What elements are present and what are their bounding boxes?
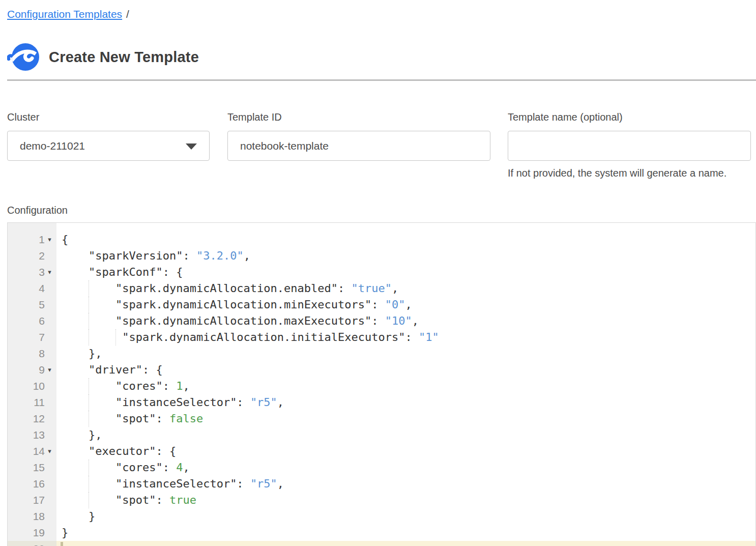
gutter-cell: 19 bbox=[8, 525, 56, 541]
line-number: 15 bbox=[33, 459, 45, 476]
fold-arrow-icon[interactable]: ▾ bbox=[45, 443, 54, 459]
code-line[interactable]: 11 "instanceSelector": "r5", bbox=[8, 394, 755, 411]
gutter-cell: 12 bbox=[8, 411, 56, 427]
code-line[interactable]: 9▾ "driver": { bbox=[8, 362, 755, 378]
code-line[interactable]: 7 "spark.dynamicAllocation.initialExecut… bbox=[8, 329, 755, 346]
configuration-label: Configuration bbox=[7, 205, 751, 216]
code-line[interactable]: 16 "instanceSelector": "r5", bbox=[8, 476, 755, 492]
page-header: Create New Template bbox=[7, 41, 751, 73]
indent-guide bbox=[89, 313, 89, 329]
editor-top-padding bbox=[8, 223, 755, 232]
line-number: 20 bbox=[33, 541, 45, 546]
code-line-content: "sparkConf": { bbox=[56, 264, 755, 280]
template-name-label: Template name (optional) bbox=[508, 111, 751, 123]
indent-guide bbox=[89, 394, 89, 411]
cluster-select[interactable]: demo-211021 bbox=[7, 131, 210, 161]
line-number: 5 bbox=[39, 297, 45, 313]
gutter-cell: 9▾ bbox=[8, 362, 56, 378]
indent-guide bbox=[89, 492, 89, 508]
code-line[interactable]: 18 } bbox=[8, 508, 755, 525]
code-line-content: } bbox=[56, 508, 755, 525]
line-number: 19 bbox=[33, 525, 45, 541]
fold-arrow-icon[interactable]: ▾ bbox=[45, 264, 54, 280]
gutter-cell: 5 bbox=[8, 297, 56, 313]
indent-guide bbox=[89, 297, 89, 313]
code-line[interactable]: 2 "sparkVersion": "3.2.0", bbox=[8, 248, 755, 264]
code-line[interactable]: 6 "spark.dynamicAllocation.maxExecutors"… bbox=[8, 313, 755, 329]
indent-guide bbox=[89, 378, 89, 394]
line-number: 9 bbox=[39, 362, 45, 378]
code-line[interactable]: 12 "spot": false bbox=[8, 411, 755, 427]
code-line-content: "cores": 4, bbox=[56, 459, 755, 476]
gutter-cell: 16 bbox=[8, 476, 56, 492]
gutter-cell: 13 bbox=[8, 427, 56, 443]
code-line-content: "spot": true bbox=[56, 492, 755, 508]
code-line-content: "driver": { bbox=[56, 362, 755, 378]
code-line-content: "spot": false bbox=[56, 411, 755, 427]
gutter-cell: 7 bbox=[8, 329, 56, 346]
line-number: 14 bbox=[33, 443, 45, 459]
indent-guide bbox=[89, 476, 89, 492]
template-id-input[interactable] bbox=[227, 131, 490, 161]
code-line-content: "cores": 1, bbox=[56, 378, 755, 394]
code-line-content: "spark.dynamicAllocation.minExecutors": … bbox=[56, 297, 755, 313]
page-title: Create New Template bbox=[49, 49, 199, 66]
code-line[interactable]: 15 "cores": 4, bbox=[8, 459, 755, 476]
indent-guide bbox=[89, 280, 89, 297]
code-line-content: }, bbox=[56, 427, 755, 443]
code-line-content: "instanceSelector": "r5", bbox=[56, 476, 755, 492]
gutter-cell: 3▾ bbox=[8, 264, 56, 280]
template-id-field: Template ID bbox=[227, 111, 490, 179]
gutter-cell: 11 bbox=[8, 394, 56, 411]
line-number: 11 bbox=[34, 394, 45, 411]
code-lines: 1▾{2 "sparkVersion": "3.2.0",3▾ "sparkCo… bbox=[8, 223, 755, 546]
line-number: 10 bbox=[33, 378, 45, 394]
gutter-cell: 2 bbox=[8, 248, 56, 264]
line-number: 3 bbox=[39, 264, 45, 280]
code-line[interactable]: 3▾ "sparkConf": { bbox=[8, 264, 755, 280]
indent-guide bbox=[115, 329, 116, 346]
line-number: 13 bbox=[33, 427, 45, 443]
line-number: 2 bbox=[39, 248, 45, 264]
indent-guide bbox=[89, 459, 89, 476]
code-line[interactable]: 8 }, bbox=[8, 346, 755, 362]
indent-guide bbox=[89, 411, 89, 427]
gutter-cell: 1▾ bbox=[8, 232, 56, 248]
template-name-input[interactable] bbox=[508, 131, 751, 161]
ocean-wave-logo-icon bbox=[7, 41, 40, 73]
cluster-field: Cluster demo-211021 bbox=[7, 111, 210, 179]
text-cursor bbox=[61, 542, 63, 546]
line-number: 12 bbox=[33, 411, 45, 427]
code-line[interactable]: 1▾{ bbox=[8, 232, 755, 248]
fold-arrow-icon[interactable]: ▾ bbox=[45, 362, 54, 378]
create-template-page: Configuration Templates/ Create New Temp… bbox=[0, 0, 756, 546]
code-line-content: "instanceSelector": "r5", bbox=[56, 394, 755, 411]
code-line[interactable]: 4 "spark.dynamicAllocation.enabled": "tr… bbox=[8, 280, 755, 297]
template-form: Cluster demo-211021 Template ID Template… bbox=[7, 111, 751, 179]
code-line[interactable]: 5 "spark.dynamicAllocation.minExecutors"… bbox=[8, 297, 755, 313]
gutter-cell: 4 bbox=[8, 280, 56, 297]
gutter-cell: 8 bbox=[8, 346, 56, 362]
line-number: 17 bbox=[33, 492, 45, 508]
breadcrumb-separator: / bbox=[126, 8, 129, 20]
code-line[interactable]: 13 }, bbox=[8, 427, 755, 443]
gutter-cell: 18 bbox=[8, 508, 56, 525]
configuration-code-editor[interactable]: 1▾{2 "sparkVersion": "3.2.0",3▾ "sparkCo… bbox=[7, 222, 756, 546]
line-number: 1 bbox=[39, 232, 45, 248]
code-line-content: "spark.dynamicAllocation.maxExecutors": … bbox=[56, 313, 755, 329]
template-id-label: Template ID bbox=[227, 111, 490, 123]
breadcrumb-link-configuration-templates[interactable]: Configuration Templates bbox=[7, 8, 122, 20]
code-line[interactable]: 20 bbox=[8, 541, 755, 546]
code-line[interactable]: 17 "spot": true bbox=[8, 492, 755, 508]
breadcrumb: Configuration Templates/ bbox=[7, 8, 751, 20]
gutter-cell: 20 bbox=[8, 541, 56, 546]
code-line[interactable]: 10 "cores": 1, bbox=[8, 378, 755, 394]
indent-guide bbox=[89, 329, 89, 346]
code-line-content: "spark.dynamicAllocation.initialExecutor… bbox=[56, 329, 755, 346]
code-line[interactable]: 14▾ "executor": { bbox=[8, 443, 755, 459]
fold-arrow-icon[interactable]: ▾ bbox=[45, 232, 54, 248]
line-number: 6 bbox=[39, 313, 45, 329]
code-line[interactable]: 19} bbox=[8, 525, 755, 541]
code-line-content bbox=[56, 541, 755, 546]
code-line-content: }, bbox=[56, 346, 755, 362]
